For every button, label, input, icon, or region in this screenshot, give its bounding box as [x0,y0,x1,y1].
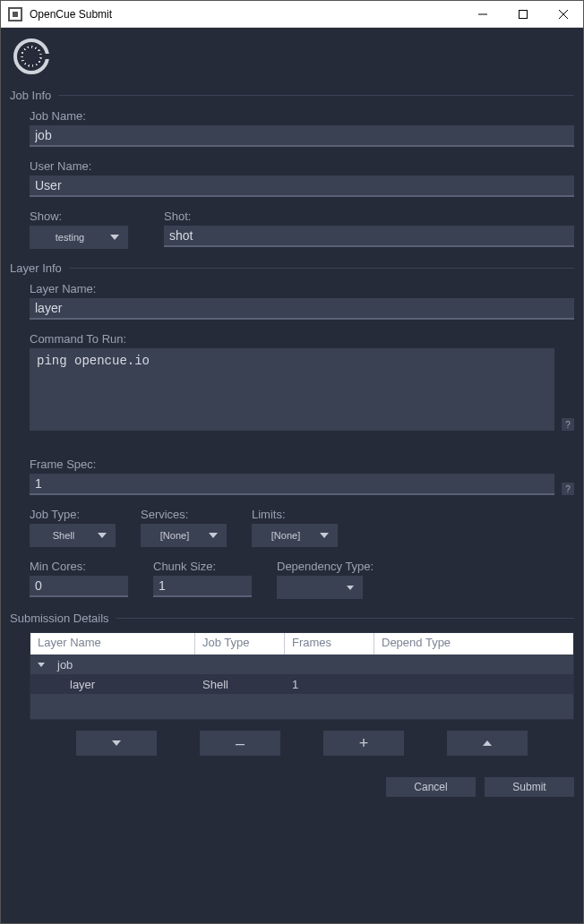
chunk-size-input[interactable] [153,576,252,597]
frame-spec-label: Frame Spec: [30,458,574,471]
job-name-input[interactable] [30,125,574,147]
chunk-size-label: Chunk Size: [153,560,252,573]
show-dropdown[interactable]: testing [30,226,128,249]
services-label: Services: [141,508,227,521]
user-name-label: User Name: [30,159,574,173]
footer-buttons: Cancel Submit [30,777,574,797]
chevron-down-icon [320,533,329,538]
app-icon [8,7,22,21]
col-depend[interactable]: Depend Type [374,633,573,654]
chevron-down-icon [209,533,218,538]
logo-row [10,35,574,89]
submission-heading-text: Submission Details [10,612,109,625]
command-label: Command To Run: [30,332,574,346]
cancel-button[interactable]: Cancel [386,777,476,797]
shot-label: Shot: [164,210,574,223]
layer-name-input[interactable] [30,298,574,320]
titlebar: OpenCue Submit [1,1,583,28]
cell-job-name: job [50,658,193,672]
min-cores-input[interactable] [30,576,128,597]
opencue-logo-icon [13,38,49,74]
job-info-heading: Job Info [10,89,574,102]
app-window: OpenCue Submit Job Info Job Name: User N… [0,0,584,924]
table-row[interactable]: job [30,654,573,674]
submit-button[interactable]: Submit [485,777,574,797]
services-dropdown[interactable]: [None] [141,524,227,547]
layer-name-label: Layer Name: [30,282,574,295]
cell-job-type: Shell [195,678,285,691]
maximize-icon [519,10,528,19]
add-button[interactable]: + [323,731,404,756]
close-button[interactable] [543,1,583,27]
col-layer-name[interactable]: Layer Name [30,633,195,654]
minimize-button[interactable] [462,1,502,27]
table-row[interactable]: layer Shell 1 [30,674,573,694]
min-cores-label: Min Cores: [30,560,128,573]
job-info-group: Job Name: User Name: Show: testing Shot: [10,109,574,261]
job-type-label: Job Type: [30,508,116,521]
shot-input[interactable] [164,226,574,247]
submission-heading: Submission Details [10,612,574,625]
layers-table[interactable]: Layer Name Job Type Frames Depend Type j… [30,632,574,720]
job-type-value: Shell [39,530,89,541]
dependency-type-dropdown[interactable] [277,576,363,599]
layer-info-group: Layer Name: Command To Run: ping opencue… [10,282,574,612]
chevron-down-icon [347,586,354,590]
expand-icon[interactable] [38,663,45,667]
divider [69,268,574,269]
remove-button[interactable]: – [200,731,280,756]
close-icon [559,10,568,19]
maximize-button[interactable] [502,1,543,27]
job-name-label: Job Name: [30,109,574,123]
chevron-down-icon [98,533,107,538]
divider [58,95,574,96]
show-value: testing [39,232,101,243]
services-value: [None] [150,530,200,541]
limits-label: Limits: [252,508,338,521]
minus-icon: – [236,734,245,753]
form-body: Job Info Job Name: User Name: Show: test… [1,28,583,923]
svg-rect-0 [519,10,527,18]
show-label: Show: [30,210,146,223]
cell-frames: 1 [285,678,374,691]
col-job-type[interactable]: Job Type [195,633,285,654]
frame-spec-input[interactable] [30,474,554,495]
move-up-button[interactable] [447,731,528,756]
limits-dropdown[interactable]: [None] [252,524,338,547]
move-down-button[interactable] [76,731,157,756]
job-type-dropdown[interactable]: Shell [30,524,116,547]
layer-info-heading-text: Layer Info [10,261,62,275]
window-title: OpenCue Submit [30,8,462,21]
row-actions: – + [30,731,574,756]
dependency-type-label: Dependency Type: [277,560,374,573]
table-header: Layer Name Job Type Frames Depend Type [30,633,573,654]
triangle-up-icon [483,740,492,746]
command-help-button[interactable]: ? [562,418,574,431]
layer-info-heading: Layer Info [10,261,574,275]
plus-icon: + [359,734,369,753]
chevron-down-icon [110,235,119,240]
job-info-heading-text: Job Info [10,89,51,102]
command-input[interactable]: ping opencue.io [30,348,554,431]
cell-layer-name: layer [63,678,195,691]
minimize-icon [478,10,487,19]
submission-group: Layer Name Job Type Frames Depend Type j… [10,632,574,797]
user-name-input[interactable] [30,175,574,197]
frame-spec-help-button[interactable]: ? [562,483,574,495]
triangle-down-icon [112,740,121,746]
col-frames[interactable]: Frames [285,633,374,654]
limits-value: [None] [261,530,311,541]
divider [116,618,574,619]
